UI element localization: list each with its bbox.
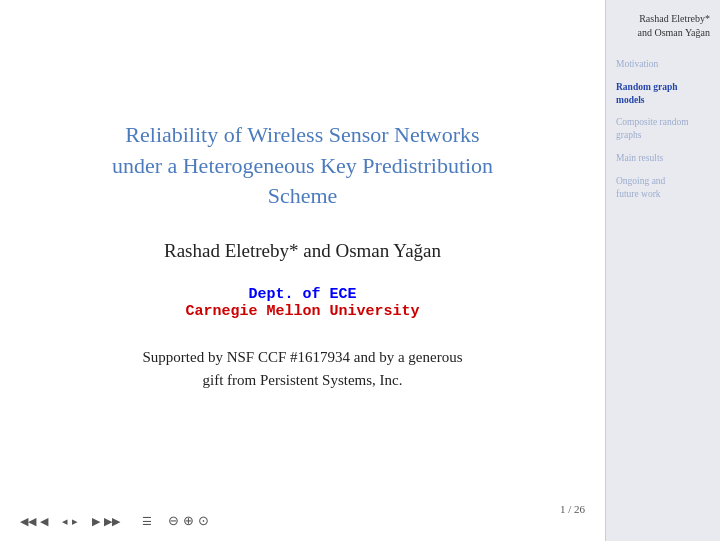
sidebar-author-line2: and Osman Yağan: [638, 27, 711, 38]
sidebar-author-line1: Rashad Eletreby*: [639, 13, 710, 24]
slide-title: Reliability of Wireless Sensor Networks …: [112, 120, 493, 212]
slide-content: Reliability of Wireless Sensor Networks …: [0, 0, 605, 541]
title-line1: Reliability of Wireless Sensor Networks: [125, 122, 479, 147]
nav-last-icon[interactable]: ▶▶: [104, 515, 120, 528]
dept-label: Dept. of ECE: [185, 286, 419, 303]
title-line3: Scheme: [268, 183, 338, 208]
sidebar-item-ongoing[interactable]: Ongoing andfuture work: [616, 175, 710, 201]
sidebar-item-main-results[interactable]: Main results: [616, 152, 710, 165]
support-text: Supported by NSF CCF #1617934 and by a g…: [143, 346, 463, 391]
nav-icons[interactable]: ◀◀ ◀ ◂ ▸ ▶ ▶▶ ☰ ⊖ ⊕ ⊙: [20, 513, 209, 529]
sidebar-item-random-graph[interactable]: Random graphmodels: [616, 81, 710, 107]
bottom-bar: ◀◀ ◀ ◂ ▸ ▶ ▶▶ ☰ ⊖ ⊕ ⊙ 1 / 26: [0, 513, 605, 529]
nav-left-icon[interactable]: ◂: [62, 515, 68, 528]
title-line2: under a Heterogeneous Key Predistributio…: [112, 153, 493, 178]
sidebar: Rashad Eletreby* and Osman Yağan Motivat…: [605, 0, 720, 541]
nav-prev-icon[interactable]: ◀: [40, 515, 48, 528]
sidebar-nav: Motivation Random graphmodels Composite …: [616, 58, 710, 201]
authors-text: Rashad Eletreby* and Osman Yağan: [164, 240, 441, 262]
nav-first-icon[interactable]: ◀◀: [20, 515, 36, 528]
nav-zoom-out-icon[interactable]: ⊖: [168, 513, 179, 529]
nav-zoom-in-icon[interactable]: ⊕: [183, 513, 194, 529]
nav-right-icon[interactable]: ▸: [72, 515, 78, 528]
university-label: Carnegie Mellon University: [185, 303, 419, 320]
authors-name: Rashad Eletreby* and Osman Yağan: [164, 240, 441, 261]
page-number: 1 / 26: [560, 503, 585, 515]
department-block: Dept. of ECE Carnegie Mellon University: [185, 286, 419, 320]
nav-menu-icon[interactable]: ☰: [142, 515, 152, 528]
nav-next-icon[interactable]: ▶: [92, 515, 100, 528]
support-line1: Supported by NSF CCF #1617934 and by a g…: [143, 349, 463, 365]
sidebar-item-composite[interactable]: Composite randomgraphs: [616, 116, 710, 142]
nav-fullscreen-icon[interactable]: ⊙: [198, 513, 209, 529]
sidebar-item-motivation[interactable]: Motivation: [616, 58, 710, 71]
sidebar-author: Rashad Eletreby* and Osman Yağan: [616, 12, 710, 40]
support-line2: gift from Persistent Systems, Inc.: [203, 372, 403, 388]
